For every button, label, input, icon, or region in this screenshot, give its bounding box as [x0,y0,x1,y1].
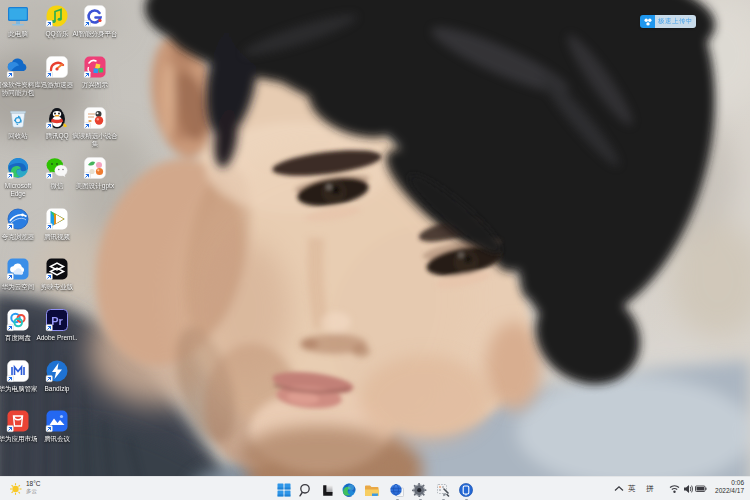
svg-text:Pr: Pr [51,315,63,327]
